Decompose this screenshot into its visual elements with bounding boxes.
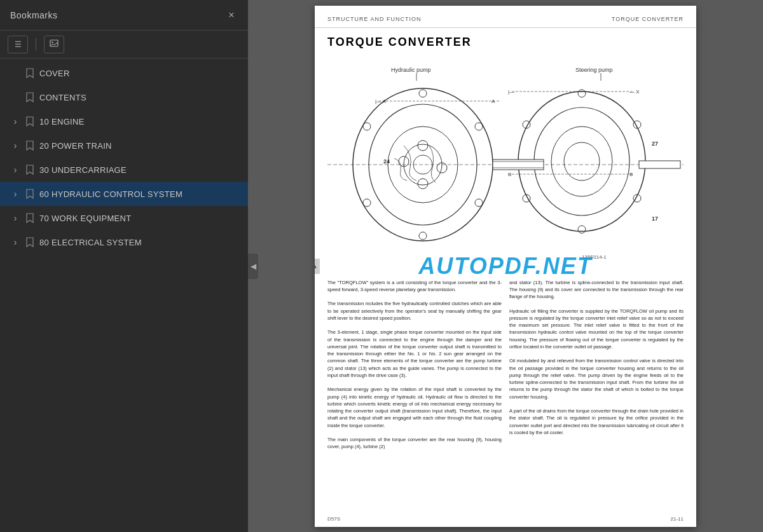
page-title: TORQUE CONVERTER [327, 36, 684, 49]
svg-point-37 [578, 226, 586, 233]
bookmark-icon [25, 140, 34, 151]
sidebar-item-contents[interactable]: CONTENTS [0, 85, 248, 109]
svg-point-33 [363, 123, 371, 130]
svg-point-34 [578, 90, 586, 97]
svg-point-29 [475, 123, 483, 130]
bookmark-icon [25, 188, 34, 200]
sidebar-item-undercarriage[interactable]: › 30 UNDERCARRIAGE [0, 158, 248, 182]
svg-text:Steering pump: Steering pump [575, 67, 613, 73]
expand-arrow-icon: › [10, 213, 20, 223]
pdf-footer: D57S 21-11 [315, 511, 696, 527]
sidebar-toolbar: ☰ [0, 31, 248, 58]
sidebar-item-electrical[interactable]: › 80 ELECTRICAL SYSTEM [0, 230, 248, 254]
footer-right: 21-11 [671, 516, 684, 522]
close-button[interactable]: × [225, 9, 238, 22]
collapse-sidebar-button[interactable]: ◀ [248, 254, 258, 279]
text-column-left: The "TORQFLOW" system is a unit consisti… [327, 279, 502, 451]
svg-point-21 [418, 179, 428, 189]
expand-arrow-icon: › [10, 189, 20, 199]
bookmark-icon [25, 67, 34, 79]
list-view-button[interactable]: ☰ [8, 36, 28, 53]
svg-text:A: A [491, 99, 495, 104]
sidebar-item-engine[interactable]: › 10 ENGINE [0, 109, 248, 133]
footer-left: D57S [327, 516, 340, 522]
columns-area: The "TORQFLOW" system is a unit consisti… [327, 279, 684, 451]
text-column-right: and stator (13). The turbine is spline-c… [509, 279, 684, 451]
header-left-text: STRUCTURE AND FUNCTION [327, 16, 422, 22]
bookmark-label-work-equipment: 70 WORK EQUIPMENT [39, 214, 132, 223]
svg-text:— X: — X [629, 89, 640, 95]
svg-text:|—: |— [508, 89, 514, 95]
svg-point-25 [534, 107, 629, 215]
svg-text:17: 17 [652, 215, 658, 222]
expand-arrow-icon: › [10, 140, 20, 151]
sidebar-item-work-equipment[interactable]: › 70 WORK EQUIPMENT [0, 206, 248, 230]
sidebar-item-hydraulic[interactable]: › 60 HYDRAULIC CONTROL SYSTEM [0, 182, 248, 206]
svg-point-1 [52, 41, 53, 43]
svg-text:B: B [629, 172, 633, 177]
bookmark-label-engine: 10 ENGINE [39, 117, 85, 126]
sidebar-header: Bookmarks × [0, 0, 248, 31]
list-icon: ☰ [15, 40, 22, 49]
bookmark-icon [25, 164, 34, 175]
svg-point-32 [363, 199, 371, 207]
sidebar: Bookmarks × ☰ COVER CONTENTS› 10 ENGINE› [0, 0, 248, 532]
svg-rect-47 [639, 161, 680, 168]
svg-rect-44 [493, 160, 544, 170]
expand-arrow-icon: › [10, 165, 20, 175]
bookmark-label-electrical: 80 ELECTRICAL SYSTEM [39, 238, 142, 247]
image-icon [50, 39, 58, 50]
svg-point-20 [418, 140, 428, 151]
svg-point-28 [419, 90, 427, 97]
bookmark-icon [25, 116, 34, 127]
bookmark-label-cover: COVER [39, 69, 70, 78]
svg-point-27 [564, 142, 600, 181]
bookmark-list: COVER CONTENTS› 10 ENGINE› 20 POWER TRAI… [0, 58, 248, 532]
bookmark-label-contents: CONTENTS [39, 93, 86, 102]
svg-text:B: B [508, 172, 511, 177]
bookmark-label-undercarriage: 30 UNDERCARRIAGE [39, 165, 127, 175]
expand-arrow-icon [10, 68, 20, 78]
pdf-body: TORQUE CONVERTER Hydraulic pump Steering… [315, 28, 696, 458]
toolbar-separator [36, 38, 36, 51]
svg-text:135F014-1: 135F014-1 [582, 254, 607, 260]
previous-page-button[interactable]: ▲ [315, 259, 320, 274]
sidebar-title: Bookmarks [10, 10, 58, 20]
pdf-header: STRUCTURE AND FUNCTION TORQUE CONVERTER [315, 6, 696, 28]
svg-text:24: 24 [383, 158, 390, 165]
col1-paragraph: The "TORQFLOW" system is a unit consisti… [327, 279, 502, 451]
expand-arrow-icon [10, 92, 20, 102]
image-view-button[interactable] [44, 36, 64, 53]
col2-paragraph: and stator (13). The turbine is spline-c… [509, 279, 684, 437]
sidebar-item-cover[interactable]: COVER [0, 61, 248, 85]
bookmark-icon [25, 236, 34, 248]
bookmark-icon [25, 212, 34, 224]
bookmark-label-hydraulic: 60 HYDRAULIC CONTROL SYSTEM [39, 189, 182, 199]
expand-arrow-icon: › [10, 116, 20, 126]
header-right-text: TORQUE CONVERTER [612, 16, 684, 22]
svg-point-26 [551, 126, 612, 196]
torque-converter-diagram: Hydraulic pump Steering pump |— A A — X … [327, 57, 684, 273]
svg-point-31 [419, 232, 427, 240]
bookmark-icon [25, 92, 34, 103]
svg-text:Hydraulic pump: Hydraulic pump [391, 67, 431, 73]
sidebar-item-power-train[interactable]: › 20 POWER TRAIN [0, 133, 248, 158]
expand-arrow-icon: › [10, 237, 20, 247]
bookmark-label-power-train: 20 POWER TRAIN [39, 141, 112, 151]
svg-point-30 [475, 199, 483, 207]
pdf-page: ▲ STRUCTURE AND FUNCTION TORQUE CONVERTE… [315, 6, 696, 527]
svg-text:27: 27 [652, 140, 658, 147]
main-content: ▲ STRUCTURE AND FUNCTION TORQUE CONVERTE… [248, 0, 763, 532]
diagram-area: Hydraulic pump Steering pump |— A A — X … [327, 57, 684, 273]
